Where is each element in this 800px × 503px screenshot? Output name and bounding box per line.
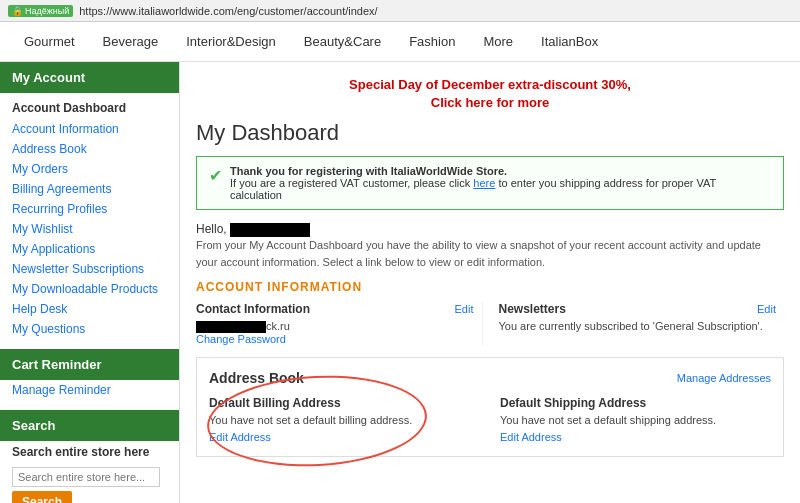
- hello-name: [230, 223, 310, 237]
- address-book-title: Address Book: [209, 370, 304, 386]
- my-account-title: My Account: [0, 62, 179, 93]
- account-info-header: ACCOUNT INFORMATION: [196, 280, 784, 294]
- nav-beauty[interactable]: Beauty&Care: [290, 24, 395, 59]
- default-shipping-col: Default Shipping Address You have not se…: [500, 396, 771, 444]
- default-billing-col: Default Billing Address You have not set…: [209, 396, 480, 444]
- edit-billing-link[interactable]: Edit Address: [209, 431, 271, 443]
- sidebar-link-account-info[interactable]: Account Information: [0, 119, 179, 139]
- sidebar-link-downloads[interactable]: My Downloadable Products: [0, 279, 179, 299]
- default-shipping-title: Default Shipping Address: [500, 396, 771, 410]
- contact-info-content: ck.ru Change Password: [196, 320, 474, 345]
- newsletters-title-row: Newsletters Edit: [499, 302, 777, 316]
- browser-bar: 🔒 Надёжный https://www.italiaworldwide.c…: [0, 0, 800, 22]
- sidebar-link-questions[interactable]: My Questions: [0, 319, 179, 339]
- account-columns: Contact Information Edit ck.ru Change Pa…: [196, 302, 784, 345]
- sidebar-link-manage-reminder[interactable]: Manage Reminder: [0, 380, 179, 400]
- nav-beverage[interactable]: Beverage: [89, 24, 173, 59]
- nav-italianbox[interactable]: ItalianBox: [527, 24, 612, 59]
- default-billing-title: Default Billing Address: [209, 396, 480, 410]
- content-area: Special Day of December extra-discount 3…: [180, 62, 800, 503]
- search-input[interactable]: [12, 467, 160, 487]
- sidebar-link-recurring[interactable]: Recurring Profiles: [0, 199, 179, 219]
- cart-reminder-title: Cart Reminder: [0, 349, 179, 380]
- search-label: Search entire store here: [0, 441, 179, 463]
- promo-banner: Special Day of December extra-discount 3…: [196, 72, 784, 120]
- nav-fashion[interactable]: Fashion: [395, 24, 469, 59]
- hello-section: Hello, From your My Account Dashboard yo…: [196, 222, 784, 270]
- sidebar-link-helpdesk[interactable]: Help Desk: [0, 299, 179, 319]
- promo-link[interactable]: Special Day of December extra-discount 3…: [349, 77, 631, 110]
- account-dashboard-label: Account Dashboard: [0, 93, 179, 119]
- newsletters-col: Newsletters Edit You are currently subsc…: [482, 302, 785, 345]
- sidebar-link-orders[interactable]: My Orders: [0, 159, 179, 179]
- success-icon: ✔: [209, 166, 222, 185]
- sidebar-link-billing[interactable]: Billing Agreements: [0, 179, 179, 199]
- dashboard-title: My Dashboard: [196, 120, 784, 146]
- address-book-container: Address Book Manage Addresses Default Bi…: [196, 357, 784, 457]
- secure-badge: 🔒 Надёжный: [8, 5, 73, 17]
- search-title: Search: [0, 410, 179, 441]
- search-button[interactable]: Search: [12, 491, 72, 503]
- address-book-title-row: Address Book Manage Addresses: [209, 370, 771, 386]
- sidebar: My Account Account Dashboard Account Inf…: [0, 62, 180, 503]
- edit-shipping-link[interactable]: Edit Address: [500, 431, 562, 443]
- newsletters-edit-link[interactable]: Edit: [757, 303, 776, 315]
- secure-label: Надёжный: [25, 6, 69, 16]
- sidebar-link-address-book[interactable]: Address Book: [0, 139, 179, 159]
- success-message: Thank you for registering with ItaliaWor…: [230, 165, 507, 177]
- manage-addresses-link[interactable]: Manage Addresses: [677, 372, 771, 384]
- default-billing-text: You have not set a default billing addre…: [209, 414, 480, 426]
- nav-more[interactable]: More: [469, 24, 527, 59]
- promo-line2: Click here for more: [431, 95, 550, 110]
- promo-line1: Special Day of December extra-discount 3…: [349, 77, 631, 92]
- hello-desc: From your My Account Dashboard you have …: [196, 239, 761, 268]
- sidebar-link-newsletter[interactable]: Newsletter Subscriptions: [0, 259, 179, 279]
- url-bar[interactable]: https://www.italiaworldwide.com/eng/cust…: [79, 5, 792, 17]
- nav-interior[interactable]: Interior&Design: [172, 24, 290, 59]
- sidebar-link-wishlist[interactable]: My Wishlist: [0, 219, 179, 239]
- contact-info-title: Contact Information: [196, 302, 310, 316]
- contact-edit-link[interactable]: Edit: [455, 303, 474, 315]
- success-detail-prefix: If you are a registered VAT customer, pl…: [230, 177, 473, 189]
- email-redact: [196, 321, 266, 333]
- hello-label: Hello,: [196, 222, 227, 236]
- success-detail-link[interactable]: here: [473, 177, 495, 189]
- newsletters-title: Newsletters: [499, 302, 566, 316]
- nav-gourmet[interactable]: Gourmet: [10, 24, 89, 59]
- default-shipping-text: You have not set a default shipping addr…: [500, 414, 771, 426]
- contact-info-title-row: Contact Information Edit: [196, 302, 474, 316]
- sidebar-link-applications[interactable]: My Applications: [0, 239, 179, 259]
- success-box: ✔ Thank you for registering with ItaliaW…: [196, 156, 784, 210]
- email-suffix: ck.ru: [266, 320, 290, 332]
- change-password-link[interactable]: Change Password: [196, 333, 286, 345]
- newsletters-content: You are currently subscribed to 'General…: [499, 320, 777, 332]
- main-container: My Account Account Dashboard Account Inf…: [0, 62, 800, 503]
- address-columns: Default Billing Address You have not set…: [209, 396, 771, 444]
- contact-info-col: Contact Information Edit ck.ru Change Pa…: [196, 302, 482, 345]
- top-nav: Gourmet Beverage Interior&Design Beauty&…: [0, 22, 800, 62]
- success-text: Thank you for registering with ItaliaWor…: [230, 165, 771, 201]
